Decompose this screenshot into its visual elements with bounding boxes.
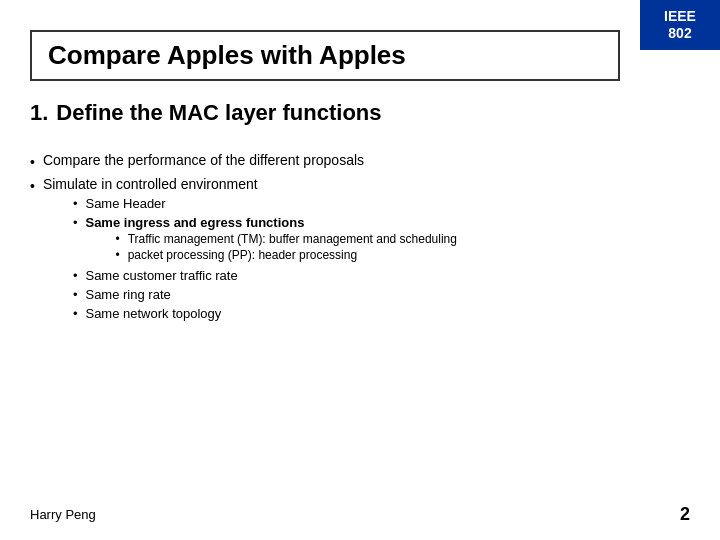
bullet-text-1: Compare the performance of the different… — [43, 152, 364, 168]
sub-item-ingress: • Same ingress and egress functions • Tr… — [73, 215, 457, 264]
sub-text-ingress: Same ingress and egress functions — [85, 215, 304, 230]
slide: IEEE 802 Compare Apples with Apples 1. D… — [0, 0, 720, 540]
footer-page-number: 2 — [680, 504, 690, 525]
sub-sub-dot-tm: • — [115, 232, 119, 246]
sub-text-ring-rate: Same ring rate — [85, 287, 170, 302]
sub-dot-traffic-rate: • — [73, 268, 78, 283]
content-area: 1. Define the MAC layer functions • Comp… — [30, 100, 690, 331]
sub-sub-item-tm: • Traffic management (TM): buffer manage… — [115, 232, 456, 246]
sub-sub-text-tm: Traffic management (TM): buffer manageme… — [128, 232, 457, 246]
sub-dot-ingress: • — [73, 215, 78, 230]
bullet-text-2: Simulate in controlled environment — [43, 176, 258, 192]
bullet-dot-1: • — [30, 154, 35, 170]
footer: Harry Peng 2 — [30, 504, 690, 525]
bullet-item-1: • Compare the performance of the differe… — [30, 152, 690, 170]
ieee-logo-number: 802 — [668, 25, 691, 42]
sub-sub-text-pp: packet processing (PP): header processin… — [128, 248, 357, 262]
sub-sub-list: • Traffic management (TM): buffer manage… — [115, 232, 456, 262]
ieee-logo-box: IEEE 802 — [640, 0, 720, 50]
sub-item-ring-rate: • Same ring rate — [73, 287, 457, 302]
bullet-dot-2: • — [30, 178, 35, 194]
sub-text-topology: Same network topology — [85, 306, 221, 321]
section-title: Define the MAC layer functions — [56, 100, 381, 126]
sub-text-traffic-rate: Same customer traffic rate — [85, 268, 237, 283]
sub-ingress-content: Same ingress and egress functions • Traf… — [85, 215, 456, 264]
sub-item-header: • Same Header — [73, 196, 457, 211]
sub-item-traffic-rate: • Same customer traffic rate — [73, 268, 457, 283]
title-box: Compare Apples with Apples — [30, 30, 620, 81]
sub-dot-header: • — [73, 196, 78, 211]
ieee-logo-text: IEEE — [664, 8, 696, 25]
sub-item-topology: • Same network topology — [73, 306, 457, 321]
sub-text-header: Same Header — [85, 196, 165, 211]
sub-dot-topology: • — [73, 306, 78, 321]
section-heading-row: 1. Define the MAC layer functions — [30, 100, 690, 140]
main-bullet-list: • Compare the performance of the differe… — [30, 152, 690, 325]
sub-sub-dot-pp: • — [115, 248, 119, 262]
sub-bullet-list: • Same Header • Same ingress and egress … — [73, 196, 457, 321]
section-number: 1. — [30, 100, 48, 126]
footer-author: Harry Peng — [30, 507, 96, 522]
sub-dot-ring-rate: • — [73, 287, 78, 302]
bullet-2-content: Simulate in controlled environment • Sam… — [43, 176, 457, 325]
sub-sub-item-pp: • packet processing (PP): header process… — [115, 248, 456, 262]
bullet-item-2: • Simulate in controlled environment • S… — [30, 176, 690, 325]
slide-title: Compare Apples with Apples — [48, 40, 406, 70]
